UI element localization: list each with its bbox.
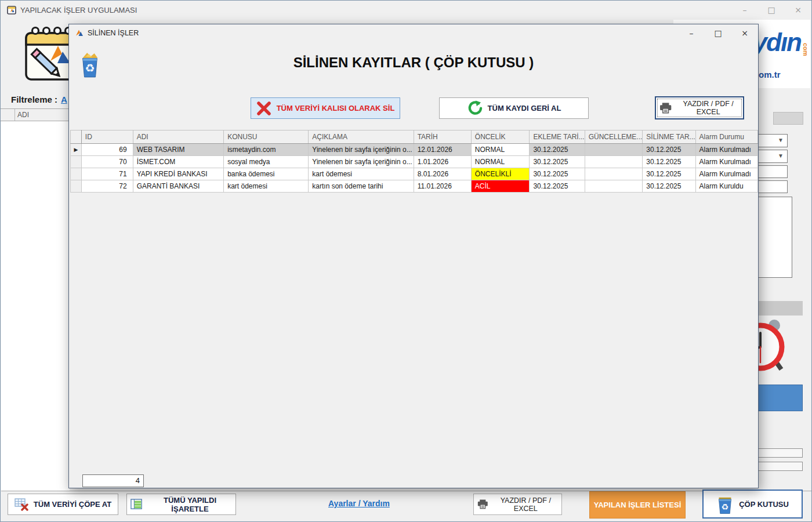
minimize-icon[interactable]: – bbox=[731, 1, 758, 19]
cell-id[interactable]: 72 bbox=[81, 180, 133, 193]
chevron-down-icon: ▼ bbox=[778, 153, 784, 159]
cell-id[interactable]: 69 bbox=[81, 144, 133, 156]
done-list-label: YAPILAN İŞLER LİSTESİ bbox=[594, 501, 682, 509]
deleted-items-table: ID ADI KONUSU AÇIKLAMA TARİH ÖNCELİK EKL… bbox=[70, 130, 758, 193]
close-icon[interactable]: × bbox=[785, 1, 811, 19]
cell-guncelleme[interactable] bbox=[585, 144, 643, 156]
red-x-icon bbox=[256, 102, 271, 115]
cell-konusu[interactable]: banka ödemesi bbox=[224, 168, 309, 180]
column-header-ekleme[interactable]: EKLEME TARİ... bbox=[530, 130, 585, 144]
filter-link[interactable]: A bbox=[61, 95, 67, 104]
printer-icon bbox=[477, 499, 488, 510]
cell-guncelleme[interactable] bbox=[585, 156, 643, 168]
deleted-items-dialog: SİLİNEN İŞLER – □ × ♻ SİLİNEN KAYITLAR (… bbox=[68, 24, 759, 488]
cell-tarih[interactable]: 11.01.2026 bbox=[414, 180, 471, 193]
cell-adi[interactable]: GARANTİ BANKASI bbox=[133, 180, 223, 193]
column-header-tarih[interactable]: TARİH bbox=[414, 130, 471, 144]
dialog-print-button[interactable]: YAZDIR / PDF / EXCEL bbox=[655, 96, 744, 119]
maximize-icon[interactable]: □ bbox=[758, 1, 785, 19]
cell-adi[interactable]: İSMET.COM bbox=[133, 156, 223, 168]
cell-konusu[interactable]: sosyal medya bbox=[224, 156, 309, 168]
dialog-heading: SİLİNEN KAYITLAR ( ÇÖP KUTUSU ) bbox=[69, 55, 758, 71]
cell-guncelleme[interactable] bbox=[585, 168, 643, 180]
trash-bin-button[interactable]: ♻ ÇÖP KUTUSU bbox=[702, 490, 803, 519]
column-header-id[interactable]: ID bbox=[81, 130, 133, 144]
mark-all-done-button[interactable]: TÜMÜ YAPILDI İŞARETLE bbox=[126, 494, 236, 515]
column-header-aciklama[interactable]: AÇIKLAMA bbox=[309, 130, 414, 144]
mark-all-done-label: TÜMÜ YAPILDI İŞARETLE bbox=[148, 496, 232, 513]
filter-bar: Filtreleme : A bbox=[1, 90, 70, 108]
cell-alarm[interactable]: Alarm Kurulmadı bbox=[695, 156, 757, 168]
table-row[interactable]: ▶69WEB TASARIMismetaydin.comYinelenen bi… bbox=[71, 144, 758, 156]
toolbar-print-button[interactable]: YAZDIR / PDF / EXCEL bbox=[473, 494, 562, 515]
cell-ekleme[interactable]: 30.12.2025 bbox=[530, 156, 585, 168]
cell-alarm[interactable]: Alarm Kurulmadı bbox=[695, 144, 757, 156]
main-window-title: YAPILACAK İŞLER UYGULAMASI bbox=[20, 6, 137, 14]
cell-silinme[interactable]: 30.12.2025 bbox=[643, 168, 695, 180]
settings-help-link[interactable]: Ayarlar / Yardım bbox=[328, 499, 390, 508]
column-header-konusu[interactable]: KONUSU bbox=[224, 130, 309, 144]
chevron-down-icon: ▼ bbox=[778, 137, 784, 143]
cell-ekleme[interactable]: 30.12.2025 bbox=[530, 180, 585, 193]
cell-oncelik[interactable]: ACİL bbox=[471, 180, 530, 193]
cell-aciklama[interactable]: Yinelenen bir sayfa içeriğinin o... bbox=[309, 156, 414, 168]
done-list-button[interactable]: YAPILAN İŞLER LİSTESİ bbox=[589, 491, 686, 519]
cell-konusu[interactable]: kart ödemesi bbox=[224, 180, 309, 193]
cell-alarm[interactable]: Alarm Kuruldu bbox=[695, 180, 757, 193]
cell-ekleme[interactable]: 30.12.2025 bbox=[530, 144, 585, 156]
record-count-field[interactable]: 4 bbox=[82, 474, 144, 487]
bottom-toolbar: TÜM VERİYİ ÇÖPE AT TÜMÜ YAPILDI İŞARETLE… bbox=[1, 491, 811, 519]
table-row[interactable]: 71YAPI KREDİ BANKASIbanka ödemesikart öd… bbox=[71, 168, 758, 180]
column-header-silinme[interactable]: SİLİNME TAR... bbox=[643, 130, 695, 144]
cell-tarih[interactable]: 12.01.2026 bbox=[414, 144, 471, 156]
main-grid-body[interactable] bbox=[1, 121, 70, 491]
cell-oncelik[interactable]: NORMAL bbox=[471, 156, 530, 168]
restore-all-button[interactable]: TÜM KAYDI GERİ AL bbox=[439, 97, 589, 119]
main-titlebar: YAPILACAK İŞLER UYGULAMASI – □ × bbox=[1, 1, 811, 19]
dialog-maximize-icon[interactable]: □ bbox=[705, 24, 731, 42]
column-header-oncelik[interactable]: ÖNCELİK bbox=[471, 130, 530, 144]
dialog-title: SİLİNEN İŞLER bbox=[88, 29, 139, 37]
printer-icon bbox=[659, 102, 672, 115]
cell-alarm[interactable]: Alarm Kurulmadı bbox=[695, 168, 757, 180]
delete-all-button[interactable]: TÜM VERİYİ ÇÖPE AT bbox=[8, 494, 118, 515]
row-selector[interactable] bbox=[71, 180, 82, 193]
cell-silinme[interactable]: 30.12.2025 bbox=[643, 156, 695, 168]
cell-silinme[interactable]: 30.12.2025 bbox=[643, 180, 695, 193]
dialog-window-controls: – □ × bbox=[678, 24, 758, 42]
table-row[interactable]: 72GARANTİ BANKASIkart ödemesikartın son … bbox=[71, 180, 758, 193]
app-root: YAPILACAK İŞLER UYGULAMASI – □ × bbox=[0, 0, 812, 522]
column-header-adi[interactable]: ADI bbox=[133, 130, 223, 144]
dialog-logo-icon bbox=[75, 28, 84, 38]
main-grid-adi-header[interactable]: ADI bbox=[15, 109, 29, 121]
cell-oncelik[interactable]: NORMAL bbox=[471, 144, 530, 156]
cell-aciklama[interactable]: Yinelenen bir sayfa içeriğinin o... bbox=[309, 144, 414, 156]
cell-ekleme[interactable]: 30.12.2025 bbox=[530, 168, 585, 180]
cell-aciklama[interactable]: kartın son ödeme tarihi bbox=[309, 180, 414, 193]
brand-domain: om.tr bbox=[759, 70, 781, 79]
cell-tarih[interactable]: 8.01.2026 bbox=[414, 168, 471, 180]
cell-konusu[interactable]: ismetaydin.com bbox=[224, 144, 309, 156]
delete-permanent-button[interactable]: TÜM VERİYİ KALISI OLARAK SİL bbox=[251, 97, 400, 119]
table-row[interactable]: 70İSMET.COMsosyal medyaYinelenen bir say… bbox=[71, 156, 758, 168]
dialog-minimize-icon[interactable]: – bbox=[678, 24, 705, 42]
column-header-guncelleme[interactable]: GÜNCELLEME... bbox=[585, 130, 643, 144]
delete-all-label: TÜM VERİYİ ÇÖPE AT bbox=[34, 500, 111, 509]
cell-adi[interactable]: WEB TASARIM bbox=[133, 144, 223, 156]
cell-silinme[interactable]: 30.12.2025 bbox=[643, 144, 695, 156]
cell-tarih[interactable]: 1.01.2026 bbox=[414, 156, 471, 168]
cell-adi[interactable]: YAPI KREDİ BANKASI bbox=[133, 168, 223, 180]
row-selector[interactable] bbox=[71, 168, 82, 180]
toolbar-print-label: YAZDIR / PDF / EXCEL bbox=[494, 496, 558, 513]
row-selector[interactable] bbox=[71, 156, 82, 168]
main-window-controls: – □ × bbox=[731, 1, 811, 19]
row-selector[interactable]: ▶ bbox=[71, 144, 82, 156]
svg-text:♻: ♻ bbox=[722, 502, 729, 512]
column-header-alarm[interactable]: Alarm Durumu bbox=[695, 130, 757, 144]
cell-aciklama[interactable]: kart ödemesi bbox=[309, 168, 414, 180]
cell-id[interactable]: 70 bbox=[81, 156, 133, 168]
cell-oncelik[interactable]: ÖNCELİKLİ bbox=[471, 168, 530, 180]
dialog-close-icon[interactable]: × bbox=[731, 24, 758, 42]
cell-id[interactable]: 71 bbox=[81, 168, 133, 180]
cell-guncelleme[interactable] bbox=[585, 180, 643, 193]
